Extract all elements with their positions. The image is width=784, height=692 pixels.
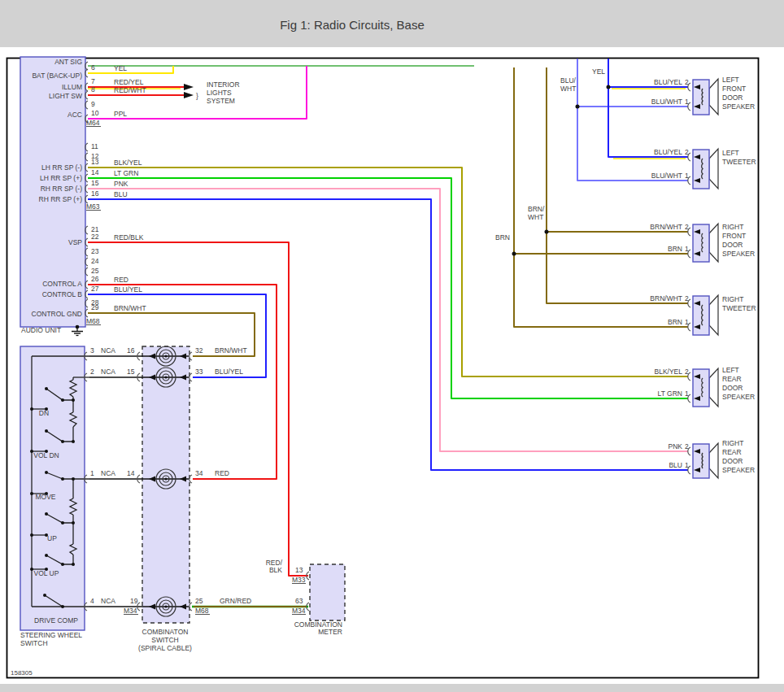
spiral-pin-16: 16 bbox=[127, 346, 135, 355]
spiral-pin-19: 19 bbox=[130, 597, 138, 605]
wire-label-blu-yel: BLU/YEL bbox=[215, 368, 243, 376]
wire-label-blk-yel: BLK/YEL bbox=[114, 159, 142, 167]
meter-pin-13: 13 bbox=[295, 566, 303, 574]
pin-number: 24 bbox=[91, 257, 99, 265]
sws-label-2: SWITCH bbox=[20, 639, 48, 647]
spk-name: DOOR bbox=[722, 457, 743, 465]
spk-wire2: BLU/YEL bbox=[654, 78, 682, 86]
audio-unit-label: AUDIO UNIT bbox=[21, 326, 61, 334]
spiral-pin-32: 32 bbox=[195, 346, 203, 355]
spk-pin1: 1 bbox=[685, 172, 689, 180]
interior-lights-line3: SYSTEM bbox=[207, 97, 235, 105]
spk-pin2: 2 bbox=[685, 442, 689, 450]
speaker-left-tweeter bbox=[693, 149, 718, 189]
spk-pin1: 1 bbox=[685, 461, 689, 469]
spk-pin2: 2 bbox=[685, 148, 689, 156]
pin-label-ant-sig: ANT SIG bbox=[54, 58, 82, 66]
switch-label-vol-dn: VOL DN bbox=[33, 451, 59, 459]
pin-number: 9 bbox=[91, 100, 95, 108]
pin-label-vsp: VSP bbox=[68, 238, 82, 246]
spk-pin1: 1 bbox=[685, 245, 689, 253]
connector-m34-meter: M34 bbox=[292, 607, 306, 615]
spk-wire2: PNK bbox=[669, 442, 683, 450]
wire-label-lt-grn: LT GRN bbox=[114, 169, 138, 177]
spk-name: SPEAKER bbox=[722, 393, 755, 401]
spiral-label-3: (SPIRAL CABLE) bbox=[138, 644, 192, 652]
pin-label-bat: BAT (BACK-UP) bbox=[32, 72, 82, 80]
wire-label-yel: YEL bbox=[114, 64, 127, 72]
sws-pin-1: 1 bbox=[90, 469, 94, 477]
sws-pin-4: 4 bbox=[90, 597, 94, 605]
sws-label-1: STEERING WHEEL bbox=[20, 631, 82, 639]
spiral-label-2: SWITCH bbox=[151, 636, 179, 644]
pin-label-rh-rr-sp-neg: RH RR SP (-) bbox=[41, 185, 82, 193]
connector-m68-spiral: M68 bbox=[195, 607, 209, 615]
spk-name: TWEETER bbox=[722, 304, 756, 312]
pin-number: 8 bbox=[91, 85, 95, 94]
spk-name: TWEETER bbox=[722, 158, 756, 166]
brace: } bbox=[196, 92, 198, 100]
pin-number: 6 bbox=[91, 63, 95, 72]
spiral-pin-25: 25 bbox=[195, 597, 203, 605]
feed-label-blu-2: WHT bbox=[560, 85, 576, 93]
meter-pin-63: 63 bbox=[295, 597, 303, 605]
pin-number: 25 bbox=[91, 267, 99, 275]
pin-number: 22 bbox=[91, 233, 99, 241]
spiral-cable-box bbox=[142, 346, 189, 623]
spk-name: DOOR bbox=[722, 241, 743, 249]
spk-name: RIGHT bbox=[722, 295, 743, 303]
pin-label-acc: ACC bbox=[68, 111, 82, 119]
spiral-pin-34: 34 bbox=[195, 469, 203, 477]
connector-m64: M64 bbox=[86, 119, 100, 127]
pin-number: 29 bbox=[91, 303, 99, 311]
spk-name: LEFT bbox=[722, 366, 739, 374]
wire-label-red-blk: RED/BLK bbox=[114, 233, 144, 242]
interior-lights-line2: LIGHTS bbox=[207, 89, 232, 97]
footer-band bbox=[0, 684, 784, 692]
switch-label-dn: DN bbox=[39, 409, 49, 417]
pin-label-lh-rr-sp-pos: LH RR SP (+) bbox=[40, 174, 82, 182]
doc-number: 158305 bbox=[11, 669, 33, 677]
wire-label-nca: NCA bbox=[101, 597, 115, 605]
spk-name: DOOR bbox=[722, 384, 743, 392]
feed-label-brnw-1: BRN/ bbox=[528, 205, 545, 213]
spk-wire1: LT GRN bbox=[658, 390, 682, 398]
wire-label-red-wht: RED/WHT bbox=[114, 86, 146, 94]
spk-name: SPEAKER bbox=[722, 102, 755, 111]
spiral-pin-15: 15 bbox=[127, 368, 135, 376]
wire-label-nca: NCA bbox=[101, 469, 115, 477]
spiral-label-1: COMBINATON bbox=[142, 628, 189, 636]
pin-number: 10 bbox=[91, 109, 99, 117]
spk-name: RIGHT bbox=[722, 223, 743, 231]
pin-number: 16 bbox=[91, 189, 99, 198]
pin-number: 27 bbox=[91, 285, 99, 293]
spk-name: REAR bbox=[722, 375, 742, 383]
spk-wire1: BLU bbox=[669, 461, 682, 469]
spk-wire1: BLU/WHT bbox=[651, 98, 682, 106]
spk-name: DOOR bbox=[722, 94, 743, 102]
pin-label-control-b: CONTROL B bbox=[42, 290, 83, 298]
speaker-left-rear-door bbox=[693, 368, 718, 407]
steering-wheel-switch-box bbox=[20, 346, 85, 630]
spk-pin2: 2 bbox=[685, 294, 689, 302]
wire-label-red: RED bbox=[215, 469, 229, 477]
wire-label-pnk: PNK bbox=[114, 180, 128, 188]
wire-label-red-blk-2: BLK bbox=[269, 566, 282, 574]
spiral-pin-14: 14 bbox=[127, 469, 135, 477]
wire-label-ppl: PPL bbox=[114, 110, 127, 118]
speaker-right-tweeter bbox=[693, 295, 718, 335]
connector-m68-audio: M68 bbox=[86, 317, 100, 325]
connector-m33: M33 bbox=[292, 576, 306, 584]
pin-number: 23 bbox=[91, 247, 99, 255]
interior-lights-line1: INTERIOR bbox=[207, 81, 240, 89]
spk-name: SPEAKER bbox=[722, 466, 755, 474]
pin-label-rh-rr-sp-pos: RH RR SP (+) bbox=[39, 195, 83, 203]
spk-wire2: BRN/WHT bbox=[650, 223, 682, 231]
spk-pin2: 2 bbox=[685, 368, 689, 376]
pin-number: 13 bbox=[91, 158, 99, 166]
connector-m63: M63 bbox=[86, 202, 100, 211]
speaker-right-rear-door bbox=[693, 443, 718, 478]
switch-label-move: MOVE bbox=[35, 493, 55, 501]
pin-label-light-sw: LIGHT SW bbox=[49, 92, 82, 100]
pin-label-illum: ILLUM bbox=[62, 83, 82, 91]
